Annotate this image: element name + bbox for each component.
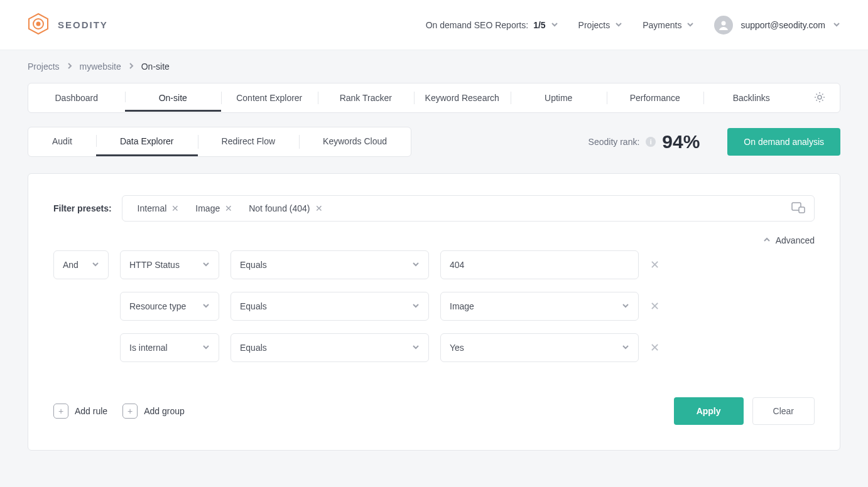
tab-on-site[interactable]: On-site [125,84,222,112]
chevron-down-icon [551,20,558,30]
close-icon[interactable]: ✕ [315,203,323,213]
nav-seo-reports-label: On demand SEO Reports: [426,20,528,30]
subtab-redirect-flow[interactable]: Redirect Flow [198,127,300,156]
nav-projects[interactable]: Projects [578,20,623,30]
chevron-right-icon [66,62,73,72]
tab-dashboard[interactable]: Dashboard [28,84,125,112]
brand: SEODITY [28,13,108,36]
chevron-down-icon [202,260,210,270]
breadcrumb-item[interactable]: mywebsite [80,62,121,72]
chevron-down-icon [615,20,622,30]
filter-chip-label: Image [195,203,220,213]
filter-rules: AndHTTP StatusEquals✕Resource typeEquals… [53,250,815,362]
rule-field-select[interactable]: HTTP Status [120,250,219,279]
rule-operator-select[interactable]: Equals [231,250,429,279]
filter-panel: Filter presets: Internal✕Image✕Not found… [28,173,840,451]
rank-value: 94% [662,131,700,153]
chevron-down-icon [412,301,420,311]
brand-name: SEODITY [58,19,108,30]
breadcrumb-item: On-site [141,62,170,72]
filter-chip: Image✕ [189,201,239,216]
chevron-down-icon [622,301,629,311]
rule-value-input[interactable] [440,250,639,279]
nav-seo-reports[interactable]: On demand SEO Reports: 1/5 [426,20,558,30]
breadcrumb-item[interactable]: Projects [28,62,60,72]
chevron-right-icon [127,62,135,72]
user-email: support@seodity.com [741,20,825,30]
rule-operator-select[interactable]: Equals [231,333,429,362]
rank-block: Seodity rank: i 94% [589,131,700,153]
nav-seo-reports-count: 1/5 [533,20,545,30]
rule-field-select[interactable]: Resource type [120,292,219,321]
svg-point-2 [36,22,41,26]
gear-icon [813,91,826,105]
svg-rect-6 [799,207,805,213]
remove-rule-button[interactable]: ✕ [650,299,659,313]
filter-rule-row: AndHTTP StatusEquals✕ [53,250,815,279]
settings-button[interactable] [800,91,840,105]
chevron-down-icon [92,260,99,270]
add-rule-button[interactable]: + Add rule [53,404,107,419]
avatar [714,16,733,35]
filter-presets-label: Filter presets: [53,203,112,213]
sub-tabs: AuditData ExplorerRedirect FlowKeywords … [28,127,411,157]
info-icon[interactable]: i [646,137,656,147]
rule-value-select[interactable]: Yes [440,333,639,362]
main-tabs: DashboardOn-siteContent ExplorerRank Tra… [28,83,840,113]
filter-chip-label: Not found (404) [249,203,310,213]
breadcrumb: Projects mywebsite On-site [0,50,868,83]
chevron-down-icon [202,301,210,311]
svg-point-3 [722,21,726,25]
remove-rule-button[interactable]: ✕ [650,258,659,272]
nav-payments[interactable]: Payments [643,20,694,30]
apply-button[interactable]: Apply [674,397,744,425]
rule-field-select[interactable]: Is internal [120,333,219,362]
filter-chip: Not found (404)✕ [242,201,328,216]
logo-icon [28,13,49,36]
remove-rule-button[interactable]: ✕ [650,341,659,355]
add-group-button[interactable]: + Add group [122,404,185,419]
chevron-down-icon [622,343,629,353]
tab-backlinks[interactable]: Backlinks [703,84,800,112]
filter-rule-row: Resource typeEqualsImage✕ [53,292,815,321]
close-icon[interactable]: ✕ [171,203,179,213]
tab-performance[interactable]: Performance [607,84,703,112]
rule-logic-select[interactable]: And [53,250,109,279]
tab-rank-tracker[interactable]: Rank Tracker [318,84,415,112]
rank-label: Seodity rank: [589,137,640,147]
filter-chip-label: Internal [138,203,167,213]
subtab-data-explorer[interactable]: Data Explorer [96,127,198,156]
chevron-down-icon [686,20,694,30]
nav-user-menu[interactable]: support@seodity.com [714,16,840,35]
chevron-down-icon [412,260,420,270]
tab-content-explorer[interactable]: Content Explorer [221,84,318,112]
rule-value-select[interactable]: Image [440,292,639,321]
sub-row: AuditData ExplorerRedirect FlowKeywords … [28,127,840,157]
close-icon[interactable]: ✕ [225,203,232,213]
filter-rule-row: Is internalEqualsYes✕ [53,333,815,362]
save-preset-icon[interactable] [791,202,805,215]
tab-uptime[interactable]: Uptime [511,84,607,112]
app-header: SEODITY On demand SEO Reports: 1/5 Proje… [0,0,868,50]
clear-button[interactable]: Clear [752,397,815,425]
rule-operator-select[interactable]: Equals [231,292,429,321]
on-demand-analysis-button[interactable]: On demand analysis [727,128,840,156]
plus-icon: + [53,404,68,419]
advanced-toggle[interactable]: Advanced [53,235,815,245]
filter-chip: Internal✕ [131,201,186,216]
subtab-audit[interactable]: Audit [28,127,96,156]
chevron-up-icon [763,235,771,245]
filter-presets-input[interactable]: Internal✕Image✕Not found (404)✕ [122,195,815,222]
chevron-down-icon [412,343,420,353]
subtab-keywords-cloud[interactable]: Keywords Cloud [299,127,411,156]
chevron-down-icon [202,343,210,353]
chevron-down-icon [833,20,840,30]
svg-point-4 [818,95,822,99]
tab-keyword-research[interactable]: Keyword Research [414,84,511,112]
plus-icon: + [122,404,138,419]
